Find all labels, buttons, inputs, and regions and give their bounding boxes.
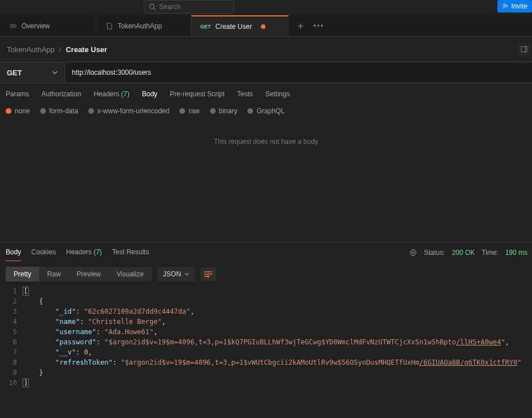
radio-dot-icon	[210, 108, 216, 114]
body-type-none[interactable]: none	[6, 107, 30, 115]
body-type-binary[interactable]: binary	[210, 107, 238, 115]
unsaved-dot-icon	[261, 24, 265, 29]
tab-label: Create User	[216, 23, 252, 31]
request-tab-pre-request-script[interactable]: Pre-request Script	[170, 90, 225, 98]
response-view-row: PrettyRawPreviewVisualize JSON	[0, 262, 532, 286]
response-tab-cookies[interactable]: Cookies	[31, 248, 55, 257]
response-code-area: 12345678910 [ { "_id": "62c6027109a2d7dd…	[0, 286, 532, 399]
radio-dot-icon	[88, 108, 94, 114]
response-tab-bar: BodyCookiesHeaders (7)Test Results Statu…	[0, 242, 532, 262]
radio-dot-icon	[40, 108, 46, 114]
body-type-raw[interactable]: raw	[179, 107, 199, 115]
tab-bar: Overview TokenAuthApp GET Create User ••…	[0, 15, 532, 37]
svg-point-6	[13, 24, 16, 27]
radio-dot-icon	[179, 108, 185, 114]
file-icon	[105, 22, 113, 30]
breadcrumb: TokenAuthApp / Create User	[0, 37, 532, 62]
svg-point-0	[150, 4, 155, 8]
tab-collection[interactable]: TokenAuthApp	[96, 15, 191, 36]
view-mode-preview[interactable]: Preview	[68, 267, 109, 281]
search-input-wrap[interactable]	[144, 0, 234, 14]
svg-point-5	[10, 24, 13, 27]
response-tab-headers[interactable]: Headers (7)	[66, 248, 102, 257]
url-bar: GET	[0, 62, 532, 83]
wrap-icon	[204, 271, 213, 278]
request-tab-headers[interactable]: Headers (7)	[93, 90, 129, 98]
request-tab-tests[interactable]: Tests	[237, 90, 253, 98]
method-select[interactable]: GET	[0, 62, 65, 83]
time-value: 190 ms	[505, 249, 527, 257]
radio-label: raw	[188, 107, 199, 115]
request-tab-body[interactable]: Body	[142, 90, 157, 98]
chevron-down-icon	[185, 272, 189, 276]
tab-count: (7)	[119, 90, 130, 98]
request-tab-authorization[interactable]: Authorization	[41, 90, 81, 98]
breadcrumb-parent[interactable]: TokenAuthApp	[7, 45, 55, 54]
search-input[interactable]	[159, 3, 229, 11]
tab-request-create-user[interactable]: GET Create User	[191, 15, 289, 36]
breadcrumb-sep: /	[59, 45, 62, 54]
body-type-row: noneform-datax-www-form-urlencodedrawbin…	[0, 104, 532, 122]
radio-label: x-www-form-urlencoded	[97, 107, 169, 115]
svg-point-2	[504, 4, 506, 6]
status-value: 200 OK	[452, 249, 475, 257]
format-value: JSON	[163, 270, 181, 278]
tab-more-icon[interactable]: •••	[314, 22, 324, 30]
tab-label: Overview	[22, 22, 50, 30]
request-tab-settings[interactable]: Settings	[265, 90, 290, 98]
invite-label: Invite	[511, 2, 527, 10]
body-type-x-www-form-urlencoded[interactable]: x-www-form-urlencoded	[88, 107, 169, 115]
globe-icon[interactable]	[409, 249, 417, 257]
new-tab-icon[interactable]	[297, 22, 304, 30]
invite-button[interactable]: Invite	[497, 0, 532, 12]
radio-dot-icon	[247, 108, 253, 114]
method-value: GET	[7, 69, 22, 77]
request-tabs: ParamsAuthorizationHeaders (7)BodyPre-re…	[0, 83, 532, 104]
time-label: Time:	[482, 249, 499, 257]
wrap-lines-button[interactable]	[200, 267, 216, 281]
search-icon	[149, 3, 156, 11]
view-mode-pretty[interactable]: Pretty	[6, 267, 39, 281]
body-type-form-data[interactable]: form-data	[40, 107, 78, 115]
overview-icon	[9, 22, 17, 30]
format-select[interactable]: JSON	[157, 267, 195, 281]
tab-method: GET	[200, 24, 211, 29]
radio-label: none	[15, 107, 30, 115]
svg-line-1	[153, 8, 155, 10]
radio-dot-icon	[6, 108, 11, 114]
response-json[interactable]: [ { "_id": "62c6027109a2d7dd9c4447da", "…	[23, 286, 532, 388]
body-empty-message: This request does not have a body	[0, 122, 532, 242]
svg-rect-9	[521, 46, 527, 52]
line-gutter: 12345678910	[0, 286, 23, 388]
status-label: Status:	[424, 249, 445, 257]
radio-label: form-data	[49, 107, 78, 115]
response-tab-body[interactable]: Body	[6, 248, 21, 261]
tab-overview[interactable]: Overview	[0, 15, 96, 36]
layout-icon[interactable]	[518, 44, 530, 55]
view-mode-group: PrettyRawPreviewVisualize	[6, 267, 152, 281]
url-input[interactable]	[65, 62, 532, 83]
view-mode-visualize[interactable]: Visualize	[109, 267, 152, 281]
radio-label: binary	[219, 107, 238, 115]
tab-label: TokenAuthApp	[118, 22, 162, 30]
invite-people-icon	[502, 3, 509, 10]
response-tab-test-results[interactable]: Test Results	[112, 248, 149, 257]
request-tab-params[interactable]: Params	[6, 90, 29, 98]
breadcrumb-current: Create User	[66, 45, 107, 54]
tab-count: (7)	[92, 248, 102, 256]
view-mode-raw[interactable]: Raw	[39, 267, 68, 281]
body-type-graphql[interactable]: GraphQL	[247, 107, 284, 115]
radio-label: GraphQL	[256, 107, 284, 115]
chevron-down-icon	[52, 70, 58, 75]
